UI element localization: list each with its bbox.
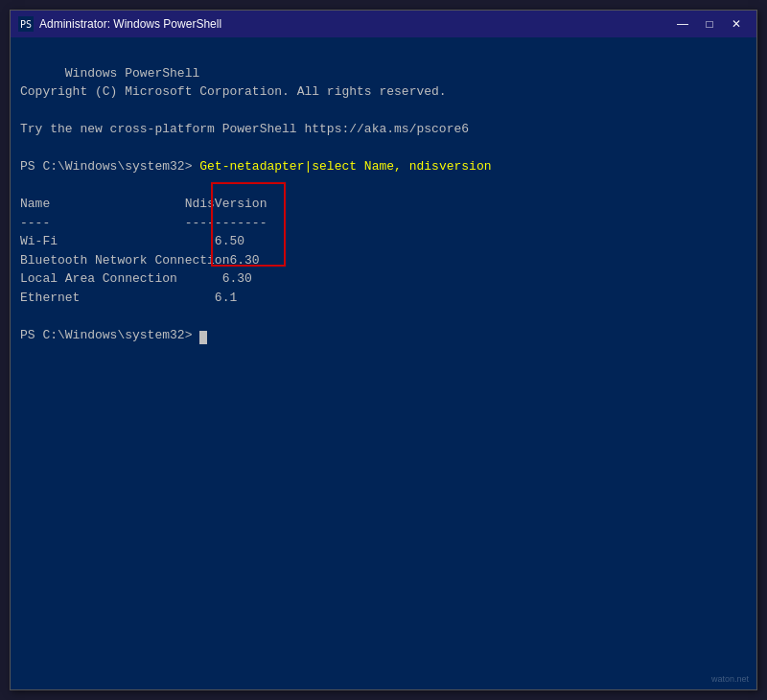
powershell-window: PS Administrator: Windows PowerShell — □… — [10, 10, 757, 690]
pscore-line: Try the new cross-platform PowerShell ht… — [20, 122, 469, 136]
terminal-output: Windows PowerShell Copyright (C) Microso… — [20, 45, 747, 363]
adapter-row-3: Ethernet 6.1 — [20, 291, 237, 305]
close-button[interactable]: ✕ — [724, 14, 749, 34]
watermark: waton.net — [711, 674, 749, 684]
copyright-line: Copyright (C) Microsoft Corporation. All… — [20, 84, 447, 99]
svg-text:PS: PS — [20, 19, 32, 30]
adapter-row-1: Bluetooth Network Connection6.30 — [20, 253, 260, 268]
adapter-row-2: Local Area Connection 6.30 — [20, 271, 252, 286]
minimize-button[interactable]: — — [670, 14, 695, 34]
title-bar-controls: — □ ✕ — [670, 14, 749, 34]
cursor — [199, 331, 207, 344]
title-bar: PS Administrator: Windows PowerShell — □… — [11, 11, 756, 37]
col-header: Name NdisVersion ---- ----------- — [20, 197, 267, 230]
adapter-row-0: Wi-Fi 6.50 — [20, 234, 244, 248]
title-bar-text: Administrator: Windows PowerShell — [39, 17, 670, 31]
prompt1: PS C:\Windows\system32> — [20, 159, 199, 174]
maximize-button[interactable]: □ — [697, 14, 722, 34]
window-icon: PS — [18, 16, 34, 32]
command1: Get-netadapter|select Name, ndisversion — [199, 159, 491, 174]
ps-title: Windows PowerShell — [65, 66, 199, 81]
prompt2: PS C:\Windows\system32> — [20, 328, 199, 342]
terminal-body[interactable]: Windows PowerShell Copyright (C) Microso… — [11, 37, 756, 689]
